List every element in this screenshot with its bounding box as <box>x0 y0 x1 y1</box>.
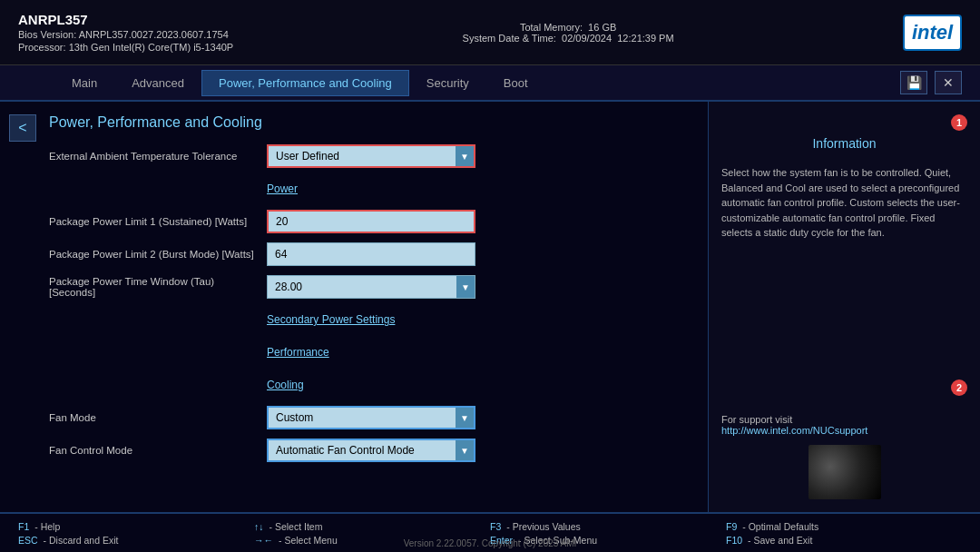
fan-control-label: Fan Control Mode <box>49 445 267 456</box>
footer: F1 - Help ESC - Discard and Exit ↑↓ - Se… <box>0 512 980 552</box>
header-center: Total Memory: 16 GB System Date & Time: … <box>233 22 903 44</box>
fan-mode-value: Custom <box>276 411 456 424</box>
fan-mode-label: Fan Mode <box>49 412 267 423</box>
cooling-link[interactable]: Cooling <box>267 379 304 391</box>
bios-model: ANRPL357 <box>18 12 233 27</box>
pptw-value: 28.00 <box>275 281 456 293</box>
footer-left: F1 - Help ESC - Discard and Exit <box>18 521 254 546</box>
setting-row-fan-mode: Fan Mode Custom ▼ <box>49 405 695 430</box>
cooling-row: Cooling <box>49 372 695 398</box>
setting-row-ppl1: Package Power Limit 1 (Sustained) [Watts… <box>49 209 695 234</box>
annotation-1: 1 <box>951 114 967 131</box>
footer-f10: F10 - Save and Exit <box>726 535 962 546</box>
external-temp-arrow-icon: ▼ <box>456 146 474 166</box>
pptw-arrow-icon: ▼ <box>456 276 475 298</box>
fan-mode-arrow-icon: ▼ <box>456 408 474 428</box>
secondary-power-link[interactable]: Secondary Power Settings <box>267 313 395 326</box>
tab-advanced[interactable]: Advanced <box>114 70 201 96</box>
power-section-row: Power <box>49 176 695 202</box>
bios-version-line: Bios Version: ANRPL357.0027.2023.0607.17… <box>18 29 233 40</box>
fan-control-control[interactable]: Automatic Fan Control Mode ▼ <box>267 439 503 462</box>
info-thumbnail <box>808 445 881 499</box>
tab-main[interactable]: Main <box>54 70 114 96</box>
external-temp-label: External Ambient Temperature Tolerance <box>49 151 267 162</box>
info-title: Information <box>721 136 967 151</box>
info-support-url: http://www.intel.com/NUCsupport <box>721 425 867 436</box>
info-support: For support visit http://www.intel.com/N… <box>721 414 967 436</box>
info-panel: 1 Information Select how the system fan … <box>708 102 980 512</box>
power-link[interactable]: Power <box>267 182 298 195</box>
fan-mode-dropdown[interactable]: Custom ▼ <box>267 406 475 429</box>
footer-version: Version 2.22.0057. Copyright (C) 2023 AM… <box>404 538 577 548</box>
performance-link[interactable]: Performance <box>267 346 329 359</box>
navbar: Main Advanced Power, Performance and Coo… <box>0 65 980 102</box>
footer-esc: ESC - Discard and Exit <box>18 535 254 546</box>
setting-row-pptw: Package Power Time Window (Tau) [Seconds… <box>49 274 695 300</box>
footer-f3: F3 - Previous Values <box>490 521 726 532</box>
fan-control-arrow-icon: ▼ <box>456 440 474 460</box>
footer-far-right: F9 - Optimal Defaults F10 - Save and Exi… <box>726 521 962 546</box>
setting-row-ppl2: Package Power Limit 2 (Burst Mode) [Watt… <box>49 242 695 267</box>
pptw-label: Package Power Time Window (Tau) [Seconds… <box>49 276 267 298</box>
save-button[interactable]: 💾 <box>900 71 927 94</box>
footer-f9: F9 - Optimal Defaults <box>726 521 962 532</box>
fan-control-value: Automatic Fan Control Mode <box>276 444 456 457</box>
header: ANRPL357 Bios Version: ANRPL357.0027.202… <box>0 0 980 65</box>
intel-logo: intel <box>903 15 962 51</box>
ppl2-control[interactable] <box>267 242 503 266</box>
footer-updown: ↑↓ - Select Item <box>254 521 490 532</box>
ppl1-label: Package Power Limit 1 (Sustained) [Watts… <box>49 216 267 227</box>
close-button[interactable]: ✕ <box>935 71 962 94</box>
info-text: Select how the system fan is to be contr… <box>721 165 967 241</box>
footer-f1: F1 - Help <box>18 521 254 532</box>
pptw-dropdown[interactable]: 28.00 ▼ <box>267 275 475 299</box>
nav-icons: 💾 ✕ <box>900 71 962 94</box>
annotation-2: 2 <box>951 380 967 396</box>
external-temp-dropdown[interactable]: User Defined ▼ <box>267 144 475 168</box>
tab-power-performance-cooling[interactable]: Power, Performance and Cooling <box>201 70 409 96</box>
processor-line: Processor: 13th Gen Intel(R) Core(TM) i5… <box>18 42 233 53</box>
panel-title: Power, Performance and Cooling <box>49 114 695 131</box>
tab-boot[interactable]: Boot <box>486 70 545 96</box>
external-temp-value: User Defined <box>276 150 456 163</box>
setting-row-fan-control: Fan Control Mode Automatic Fan Control M… <box>49 438 695 463</box>
secondary-power-row: Secondary Power Settings <box>49 307 695 332</box>
performance-row: Performance <box>49 340 695 365</box>
pptw-control[interactable]: 28.00 ▼ <box>267 275 503 299</box>
ppl1-input[interactable] <box>267 210 475 233</box>
tab-security[interactable]: Security <box>409 70 486 96</box>
content-panel: Power, Performance and Cooling External … <box>0 102 708 512</box>
ppl2-input[interactable] <box>267 242 475 266</box>
fan-control-dropdown[interactable]: Automatic Fan Control Mode ▼ <box>267 439 475 462</box>
header-left: ANRPL357 Bios Version: ANRPL357.0027.202… <box>18 12 233 53</box>
ppl2-label: Package Power Limit 2 (Burst Mode) [Watt… <box>49 249 267 260</box>
ppl1-control[interactable] <box>267 210 503 233</box>
setting-row-external-temp: External Ambient Temperature Tolerance U… <box>49 143 695 169</box>
main-area: < Power, Performance and Cooling Externa… <box>0 102 980 512</box>
external-temp-control[interactable]: User Defined ▼ <box>267 144 503 168</box>
fan-mode-control[interactable]: Custom ▼ <box>267 406 503 429</box>
back-button[interactable]: < <box>9 114 36 142</box>
